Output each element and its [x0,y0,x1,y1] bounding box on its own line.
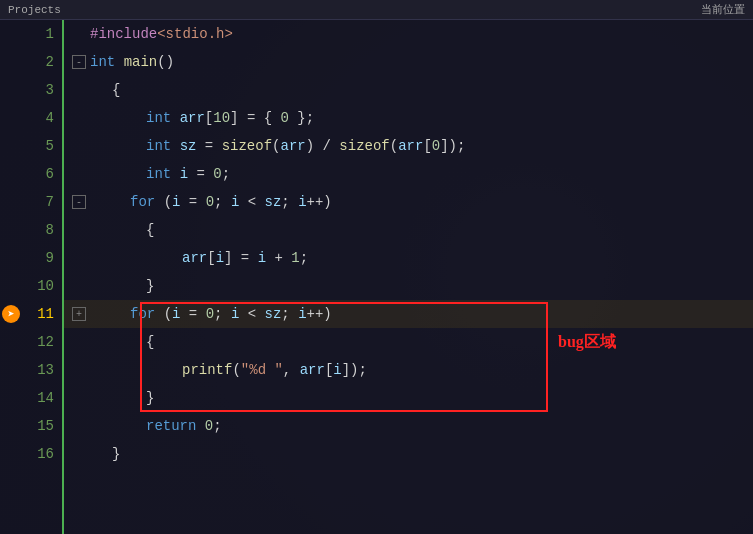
debug-column: ➤ [0,20,22,534]
code-line-7: - for (i = 0; i < sz; i++) [64,188,753,216]
code-line-4: int arr[10] = { 0 }; [64,104,753,132]
code-line-14: } [64,384,753,412]
line-num-4: 4 [22,104,62,132]
code-line-2: - int main() [64,48,753,76]
line-num-12: 12 [22,328,62,356]
code-line-9: arr[i] = i + 1; [64,244,753,272]
top-bar: Projects 当前位置 [0,0,753,20]
line-num-3: 3 [22,76,62,104]
line-num-8: 8 [22,216,62,244]
code-line-5: int sz = sizeof(arr) / sizeof(arr[0]); [64,132,753,160]
code-line-10: } [64,272,753,300]
code-line-16: } [64,440,753,468]
code-content: #include<stdio.h> - int main() { int arr… [64,20,753,534]
editor-container: Projects 当前位置 ➤ 1 2 3 4 5 6 7 8 9 10 11 … [0,0,753,534]
line-num-14: 14 [22,384,62,412]
arrow-icon: ➤ [2,305,20,323]
line-num-13: 13 [22,356,62,384]
top-bar-left: Projects [8,4,61,16]
code-line-3: { [64,76,753,104]
code-line-6: int i = 0; [64,160,753,188]
code-line-11: + for (i = 0; i < sz; i++) [64,300,753,328]
debug-arrow: ➤ [0,300,22,328]
line-num-15: 15 [22,412,62,440]
line-num-1: 1 [22,20,62,48]
code-line-15: return 0; [64,412,753,440]
line-num-6: 6 [22,160,62,188]
line-num-11: 11 [22,300,62,328]
code-editor: ➤ 1 2 3 4 5 6 7 8 9 10 11 12 13 14 15 16 [0,20,753,534]
fold-marker-7[interactable]: - [72,195,86,209]
line-num-10: 10 [22,272,62,300]
line-num-7: 7 [22,188,62,216]
fold-marker-11[interactable]: + [72,307,86,321]
code-line-1: #include<stdio.h> [64,20,753,48]
code-line-13: printf("%d ", arr[i]); [64,356,753,384]
line-num-5: 5 [22,132,62,160]
line-num-9: 9 [22,244,62,272]
top-bar-right: 当前位置 [701,2,745,17]
line-num-16: 16 [22,440,62,468]
line-num-2: 2 [22,48,62,76]
code-line-8: { [64,216,753,244]
line-numbers: 1 2 3 4 5 6 7 8 9 10 11 12 13 14 15 16 [22,20,64,534]
code-line-12: { [64,328,753,356]
fold-marker-2[interactable]: - [72,55,86,69]
